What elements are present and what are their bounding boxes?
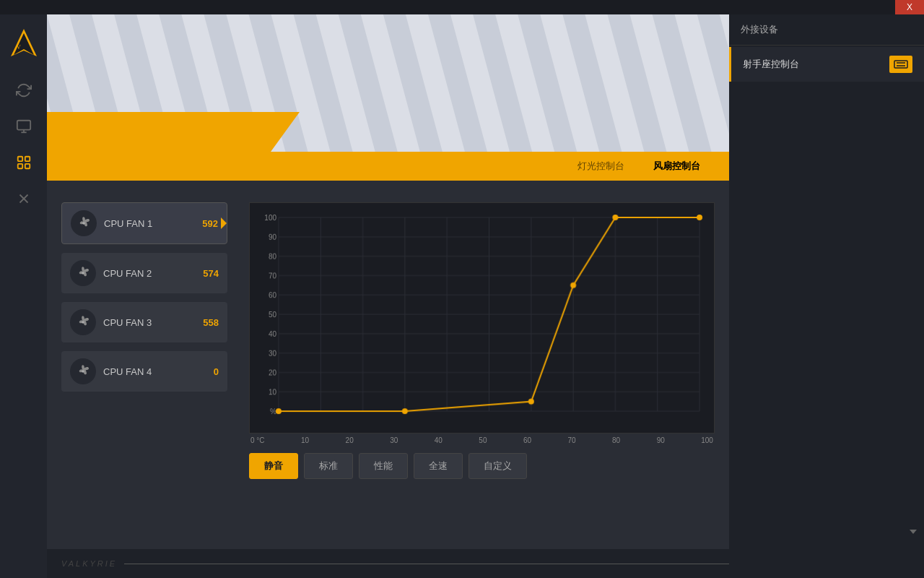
x-label-5: 50: [479, 436, 487, 444]
mode-full[interactable]: 全速: [414, 453, 463, 479]
sidebar-icon-tools[interactable]: [9, 184, 38, 213]
fan-item-3[interactable]: CPU FAN 3 558: [61, 302, 227, 342]
fan-name-3: CPU FAN 3: [103, 317, 203, 328]
fan-value-4: 0: [214, 366, 219, 377]
svg-marker-19: [47, 112, 300, 152]
x-label-3: 30: [390, 436, 398, 444]
fan-icon-1: [76, 215, 92, 231]
svg-rect-8: [17, 164, 22, 168]
chart-container: 0 °C 10 20 30 40 50 60 70 80 90 100 静音 标…: [249, 202, 715, 479]
tab-fan[interactable]: 风扇控制台: [639, 154, 715, 178]
banner-accent: [47, 112, 300, 152]
fan-icon-wrap-3: [70, 309, 96, 335]
svg-rect-7: [25, 157, 29, 161]
x-label-7: 70: [567, 436, 575, 444]
sidebar-icon-display[interactable]: [9, 112, 38, 141]
main-content: 灯光控制台 风扇控制台 CPU FAN 1 592: [47, 14, 729, 578]
mode-standard[interactable]: 标准: [304, 453, 353, 479]
fan-item-2[interactable]: CPU FAN 2 574: [61, 253, 227, 293]
x-label-10: 100: [701, 436, 713, 444]
fan-control-area: CPU FAN 1 592 CPU FAN 2 574: [47, 181, 729, 501]
x-label-4: 40: [435, 436, 443, 444]
fan-icon-wrap-1: [71, 210, 97, 236]
fan-icon-4: [75, 363, 91, 379]
chart-x-labels: 0 °C 10 20 30 40 50 60 70 80 90 100: [249, 436, 715, 444]
banner-tab-bar: 灯光控制台 风扇控制台: [47, 152, 729, 181]
title-bar: X: [0, 0, 924, 14]
device-label: 射手座控制台: [743, 58, 889, 71]
bottom-divider: [124, 564, 729, 564]
fan-icon-wrap-4: [70, 358, 96, 384]
svg-rect-6: [17, 157, 22, 161]
x-label-9: 90: [657, 436, 665, 444]
tab-lighting[interactable]: 灯光控制台: [563, 154, 639, 178]
brand-logo: V: [8, 27, 40, 59]
sidebar-icon-grid[interactable]: [9, 148, 38, 177]
mode-buttons: 静音 标准 性能 全速 自定义: [249, 453, 715, 479]
fan-item-4[interactable]: CPU FAN 4 0: [61, 351, 227, 392]
right-panel: 外接设备 射手座控制台: [729, 14, 924, 578]
svg-point-21: [82, 272, 84, 275]
svg-marker-15: [910, 530, 917, 534]
chart-wrapper: [249, 202, 715, 434]
banner: 灯光控制台 风扇控制台: [47, 14, 729, 181]
svg-rect-9: [25, 164, 29, 168]
fan-name-2: CPU FAN 2: [103, 268, 203, 279]
bottom-logo-text: VALKYRIE: [61, 559, 117, 568]
fan-icon-2: [75, 265, 91, 281]
device-icon: [889, 56, 912, 73]
fan-name-1: CPU FAN 1: [104, 218, 202, 229]
svg-point-20: [82, 222, 85, 225]
svg-rect-12: [894, 61, 907, 68]
fan-name-4: CPU FAN 4: [103, 366, 214, 377]
bottom-bar: VALKYRIE: [47, 549, 729, 578]
x-label-2: 20: [346, 436, 354, 444]
svg-text:V: V: [17, 44, 21, 51]
fan-list: CPU FAN 1 592 CPU FAN 2 574: [61, 202, 227, 479]
fan-value-2: 574: [203, 268, 219, 279]
mode-performance[interactable]: 性能: [359, 453, 408, 479]
sidebar-icon-refresh[interactable]: [9, 76, 38, 105]
svg-rect-3: [17, 121, 30, 130]
fan-icon-wrap-2: [70, 260, 96, 286]
svg-point-22: [82, 321, 84, 324]
left-sidebar: V: [0, 14, 47, 578]
x-label-1: 10: [301, 436, 309, 444]
fan-chart: [257, 210, 707, 426]
x-label-8: 80: [612, 436, 620, 444]
mode-silent[interactable]: 静音: [249, 453, 298, 479]
fan-value-3: 558: [203, 317, 219, 328]
logo-area: V: [6, 25, 42, 61]
fan-item-1[interactable]: CPU FAN 1 592: [61, 202, 227, 244]
x-label-6: 60: [523, 436, 531, 444]
scroll-indicator: [906, 525, 920, 542]
close-button[interactable]: X: [895, 0, 924, 14]
x-label-0: 0 °C: [250, 436, 265, 444]
right-panel-header: 外接设备: [729, 14, 924, 46]
fan-value-1: 592: [202, 218, 218, 229]
device-item-0[interactable]: 射手座控制台: [729, 47, 924, 82]
svg-point-23: [82, 370, 84, 373]
fan-icon-3: [75, 314, 91, 330]
mode-custom[interactable]: 自定义: [468, 453, 527, 479]
